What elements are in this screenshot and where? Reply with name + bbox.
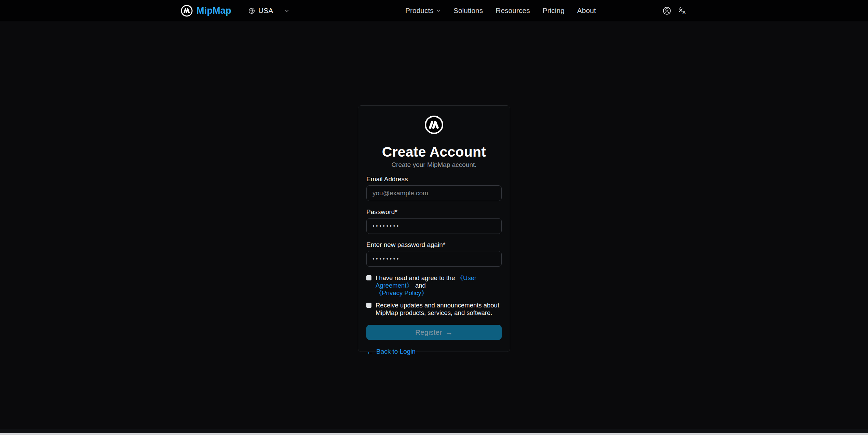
nav-item-pricing[interactable]: Pricing (543, 6, 565, 15)
brand-logo-link[interactable]: MipMap (180, 0, 231, 21)
email-label: Email Address (366, 175, 502, 183)
nav-item-products[interactable]: Products (405, 6, 441, 15)
footer-peek-band (0, 429, 868, 433)
arrow-left-icon: ← (366, 348, 374, 355)
create-account-card: Create Account Create your MipMap accoun… (358, 105, 510, 352)
updates-checkbox[interactable] (366, 303, 371, 308)
updates-optin-text: Receive updates and announcements about … (376, 302, 502, 317)
nav-item-products-label: Products (405, 6, 434, 15)
chevron-down-icon (284, 8, 289, 13)
footer-peek-edge (0, 433, 868, 435)
nav-item-solutions[interactable]: Solutions (453, 6, 483, 15)
agreement-conjunction: and (415, 282, 426, 289)
region-selector[interactable]: USA (248, 0, 289, 21)
agreement-checkbox[interactable] (366, 275, 371, 280)
card-logo-wrap (366, 115, 502, 136)
arrow-right-icon: → (445, 329, 453, 336)
mipmap-logo-icon (180, 4, 193, 17)
back-to-login-link[interactable]: ← Back to Login (366, 348, 416, 355)
register-button[interactable]: Register → (366, 325, 502, 340)
region-label: USA (258, 6, 273, 15)
top-navbar: MipMap USA Products (0, 0, 868, 21)
back-to-login-label: Back to Login (376, 348, 416, 355)
nav-item-resources[interactable]: Resources (496, 6, 530, 15)
account-icon[interactable] (662, 6, 672, 15)
password-input[interactable] (366, 218, 502, 234)
agreement-row: I have read and agree to the 《User Agree… (366, 274, 502, 297)
register-button-label: Register (415, 328, 442, 337)
confirm-password-input[interactable] (366, 251, 502, 267)
register-page: MipMap USA Products (0, 0, 868, 435)
agreement-text: I have read and agree to the 《User Agree… (376, 274, 502, 297)
chevron-down-icon (436, 8, 441, 13)
brand-name: MipMap (196, 5, 231, 16)
main-nav: Products Solutions Resources Pricing Abo… (405, 0, 596, 21)
email-input[interactable] (366, 185, 502, 201)
navbar-actions: A (662, 0, 687, 21)
translate-icon[interactable]: A (678, 6, 687, 15)
password-label: Password* (366, 208, 502, 216)
svg-text:A: A (682, 10, 686, 15)
confirm-password-label: Enter new password again* (366, 241, 502, 249)
agreement-prefix: I have read and agree to the (376, 274, 455, 281)
privacy-policy-link[interactable]: 《Privacy Policy》 (376, 289, 428, 296)
nav-item-about[interactable]: About (577, 6, 596, 15)
page-subtitle: Create your MipMap account. (366, 161, 502, 169)
updates-optin-row: Receive updates and announcements about … (366, 302, 502, 317)
page-title: Create Account (366, 145, 502, 159)
globe-icon (248, 7, 255, 14)
mipmap-logo-icon (424, 115, 444, 136)
